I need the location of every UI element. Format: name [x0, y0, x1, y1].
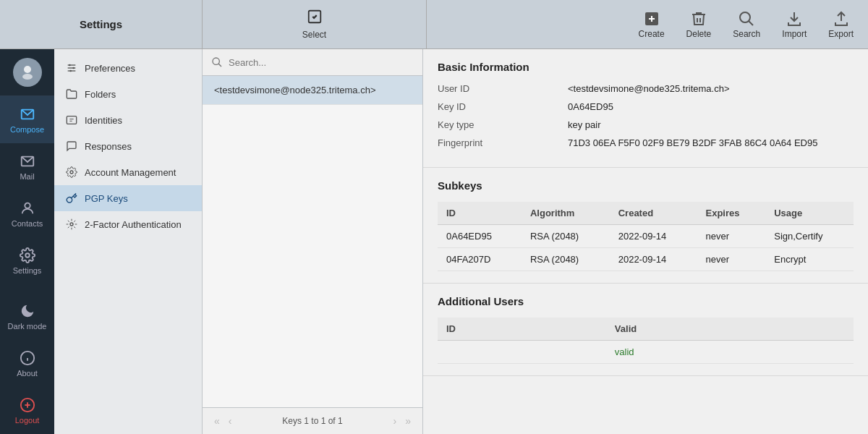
settings-nav-preferences[interactable]: Preferences: [54, 55, 202, 81]
settings-nav-2fa[interactable]: 2-Factor Authentication: [54, 211, 202, 237]
2fa-label: 2-Factor Authentication: [85, 219, 182, 230]
settings-title: Settings: [0, 0, 203, 48]
detail-row-fingerprint: Fingerprint 71D3 06EA F5F0 02F9 BE79 B2D…: [438, 137, 854, 148]
subkey-usage: Encrypt: [765, 248, 854, 271]
about-icon: [20, 350, 35, 366]
additional-user-row: valid: [438, 341, 854, 364]
detail-row-keyid: Key ID 0A64ED95: [438, 101, 854, 112]
app-logo-circle: [13, 58, 42, 87]
delete-action[interactable]: Delete: [686, 10, 712, 39]
select-label: Select: [302, 30, 326, 40]
contacts-icon: [20, 200, 35, 216]
folders-label: Folders: [85, 89, 116, 100]
search-action[interactable]: Search: [733, 10, 760, 39]
svg-point-23: [69, 70, 72, 72]
subkey-created: 2022-09-14: [610, 225, 697, 248]
subkey-expires: never: [697, 225, 766, 248]
import-icon: [786, 10, 803, 27]
pgp-keys-icon: [66, 192, 77, 204]
key-list-items: <testdevsimone@node325.tritema.ch>: [203, 76, 422, 407]
pagination-prev[interactable]: ‹: [226, 414, 235, 428]
app-sidebar: Compose Mail Contacts Settings: [0, 49, 54, 434]
identities-icon: [66, 114, 77, 126]
toolbar-actions: Create Delete Search Import: [427, 0, 868, 48]
subkeys-section: Subkeys ID Algorithm Created Expires Usa…: [423, 168, 868, 284]
svg-point-27: [70, 171, 73, 174]
settings-icon: [20, 247, 35, 263]
app-logo-icon: [19, 64, 36, 81]
basic-info-title: Basic Information: [438, 61, 854, 73]
keyid-label: Key ID: [438, 101, 568, 112]
export-icon: [833, 10, 850, 27]
svg-line-30: [218, 64, 221, 67]
subkeys-col-expires: Expires: [697, 202, 766, 225]
basic-info-section: Basic Information User ID <testdevsimone…: [423, 49, 868, 168]
subkeys-col-usage: Usage: [765, 202, 854, 225]
key-list-item[interactable]: <testdevsimone@node325.tritema.ch>: [203, 76, 422, 105]
svg-point-28: [70, 223, 73, 226]
settings-nav-pgp-keys[interactable]: PGP Keys: [54, 185, 202, 211]
nav-item-contacts[interactable]: Contacts: [0, 190, 54, 237]
identities-label: Identities: [85, 115, 122, 126]
key-list-count: Keys 1 to 1 of 1: [282, 416, 342, 426]
subkey-created: 2022-09-14: [610, 248, 697, 271]
key-list-search-bar: [203, 49, 422, 76]
settings-nav-identities[interactable]: Identities: [54, 107, 202, 133]
mail-label: Mail: [20, 172, 34, 181]
search-icon: [211, 56, 223, 68]
users-col-valid: Valid: [606, 318, 854, 341]
subkey-usage: Sign,Certify: [765, 225, 854, 248]
top-toolbar: Settings Select Create D: [0, 0, 868, 49]
compose-label: Compose: [10, 125, 44, 134]
search-label: Search: [733, 29, 760, 39]
key-list-footer: « ‹ Keys 1 to 1 of 1 › »: [203, 407, 422, 434]
settings-nav-account-management[interactable]: Account Management: [54, 159, 202, 185]
search-icon: [738, 10, 755, 27]
key-detail-panel: Basic Information User ID <testdevsimone…: [423, 49, 868, 434]
nav-item-settings[interactable]: Settings: [0, 237, 54, 284]
settings-nav-folders[interactable]: Folders: [54, 81, 202, 107]
svg-point-21: [69, 64, 71, 67]
key-search-input[interactable]: [229, 57, 414, 68]
svg-rect-24: [67, 116, 76, 124]
svg-line-5: [749, 21, 753, 25]
subkey-algorithm: RSA (2048): [522, 248, 610, 271]
pagination-next[interactable]: ›: [391, 414, 400, 428]
pagination-first[interactable]: «: [211, 414, 223, 428]
preferences-icon: [66, 62, 77, 74]
settings-nav-responses[interactable]: Responses: [54, 133, 202, 159]
nav-item-compose[interactable]: Compose: [0, 96, 54, 143]
dark-mode-icon: [20, 303, 35, 319]
settings-sidebar: Preferences Folders Identities Responses: [54, 49, 203, 434]
user-valid: valid: [606, 341, 854, 364]
userid-value: <testdevsimone@node325.tritema.ch>: [568, 83, 854, 94]
fingerprint-label: Fingerprint: [438, 137, 568, 148]
create-action[interactable]: Create: [639, 10, 665, 39]
dark-mode-label: Dark mode: [8, 322, 47, 331]
nav-item-mail[interactable]: Mail: [0, 143, 54, 190]
subkeys-title: Subkeys: [438, 179, 854, 192]
select-action[interactable]: Select: [203, 0, 427, 48]
nav-item-darkmode[interactable]: Dark mode: [0, 293, 54, 340]
nav-item-about[interactable]: About: [0, 340, 54, 387]
svg-point-29: [213, 58, 219, 64]
subkey-id: 0A64ED95: [438, 225, 522, 248]
export-action[interactable]: Export: [828, 10, 854, 39]
compose-icon: [20, 106, 35, 122]
subkeys-row: 04FA207D RSA (2048) 2022-09-14 never Enc…: [438, 248, 854, 271]
detail-row-keytype: Key type key pair: [438, 119, 854, 130]
app-nav-bottom: Dark mode About Logout: [0, 293, 54, 434]
subkeys-row: 0A64ED95 RSA (2048) 2022-09-14 never Sig…: [438, 225, 854, 248]
keyid-value: 0A64ED95: [568, 101, 854, 112]
svg-point-4: [740, 12, 750, 22]
keytype-label: Key type: [438, 119, 568, 130]
preferences-label: Preferences: [85, 63, 135, 74]
delete-label: Delete: [686, 29, 712, 39]
settings-nav-label: Settings: [13, 266, 42, 275]
additional-users-section: Additional Users ID Valid valid: [423, 284, 868, 376]
create-label: Create: [639, 29, 665, 39]
import-action[interactable]: Import: [782, 10, 807, 39]
nav-item-logout[interactable]: Logout: [0, 387, 54, 434]
key-list-item-label: <testdevsimone@node325.tritema.ch>: [214, 85, 376, 95]
pagination-last[interactable]: »: [402, 414, 414, 428]
